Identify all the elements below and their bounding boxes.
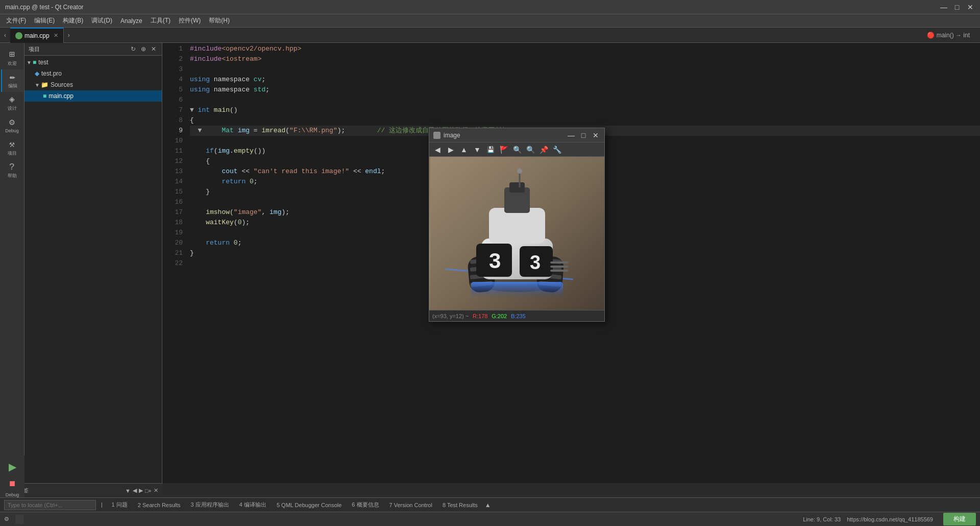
menu-file[interactable]: 文件(F)	[2, 15, 30, 26]
debug-header-buttons: ▼ ◀ ▶ □+ ✕	[125, 487, 158, 494]
sidebar-icon-edit[interactable]: ✏ 编辑	[1, 69, 23, 92]
statusbar: ⚙ Line: 9, Col: 33 https://blog.csdn.net…	[0, 512, 980, 526]
tab-close-btn[interactable]: ✕	[54, 32, 58, 39]
menu-help[interactable]: 帮助(H)	[205, 15, 234, 26]
bottom-tab-summary[interactable]: 6 概要信息	[348, 498, 383, 512]
statusbar-link[interactable]: https://blog.csdn.net/qq_41185569	[847, 516, 933, 522]
sources-folder-icon: 📁	[41, 81, 48, 88]
minimize-button[interactable]: —	[939, 3, 948, 12]
tree-item-testpro[interactable]: ◆ test.pro	[24, 68, 162, 79]
sidebar-icon-welcome[interactable]: ⊞ 欢迎	[1, 47, 23, 69]
sidebar-icon-project[interactable]: ⚒ 项目	[1, 137, 23, 159]
testpro-icon: ◆	[35, 70, 39, 77]
menu-build[interactable]: 构建(B)	[59, 15, 87, 26]
maximize-button[interactable]: □	[952, 3, 962, 12]
image-window-title-text: image	[444, 132, 460, 139]
tab-main-cpp[interactable]: main.cpp ✕	[10, 28, 64, 43]
code-line-3	[190, 64, 980, 75]
bottom-tab-buildoutput[interactable]: 4 编译输出	[235, 498, 271, 512]
line-num-21: 21	[162, 248, 183, 258]
menu-analyze[interactable]: Analyze	[116, 16, 146, 26]
tab-label: main.cpp	[24, 32, 50, 39]
menu-tools[interactable]: 工具(T)	[146, 15, 175, 26]
image-window-maximize[interactable]: □	[579, 131, 588, 140]
image-forward-btn[interactable]: ▶	[445, 144, 457, 155]
bottom-tab-search[interactable]: 2 Search Results	[134, 498, 185, 512]
line-num-6: 6	[162, 95, 183, 105]
sidebar-design-label: 设计	[8, 105, 17, 112]
line-num-16: 16	[162, 197, 183, 207]
run-button[interactable]: ▶	[5, 460, 19, 474]
debug-bottom-label: Debug	[6, 492, 19, 497]
image-flag-btn[interactable]: 🚩	[498, 144, 510, 155]
line-num-22: 22	[162, 258, 183, 269]
construct-button[interactable]: 构建	[943, 513, 976, 525]
bottom-tab-expand-btn[interactable]: ▲	[485, 501, 491, 509]
debug-dropdown-btn[interactable]: ▼	[125, 487, 131, 494]
tree-item-sources[interactable]: ▼ 📁 Sources	[24, 79, 162, 90]
svg-rect-25	[550, 266, 568, 268]
search-input[interactable]	[4, 500, 96, 510]
line-num-14: 14	[162, 177, 183, 187]
bottom-tabs-bar: | 1 问题 2 Search Results 3 应用程序输出 4 编译输出 …	[0, 497, 980, 512]
file-panel-close-btn[interactable]: ✕	[150, 45, 158, 53]
svg-rect-26	[550, 270, 568, 272]
image-zoom-in-btn[interactable]: 🔍	[511, 144, 523, 155]
image-back-btn[interactable]: ◀	[431, 144, 444, 155]
bottom-tab-vcs[interactable]: 7 Version Control	[385, 498, 436, 512]
line-num-17: 17	[162, 207, 183, 218]
image-window-titlebar: image — □ ✕	[429, 128, 604, 142]
close-button[interactable]: ✕	[966, 3, 975, 12]
tab-nav-next[interactable]: ›	[64, 28, 74, 42]
svg-text:3: 3	[530, 252, 541, 273]
image-coords: (x=93, y=12) ~	[432, 313, 469, 319]
image-down-btn[interactable]: ▼	[471, 144, 483, 155]
line-num-5: 5	[162, 85, 183, 95]
menu-controls[interactable]: 控件(W)	[175, 15, 205, 26]
bottom-tab-problems[interactable]: 1 问题	[108, 498, 132, 512]
debug-next-btn[interactable]: ▶	[139, 487, 143, 494]
debug-prev-btn[interactable]: ◀	[133, 487, 137, 494]
line-num-10: 10	[162, 136, 183, 146]
sidebar-help-label: 帮助	[8, 173, 17, 179]
bottom-tab-appoutput[interactable]: 3 应用程序输出	[187, 498, 233, 512]
line-num-1: 1	[162, 44, 183, 54]
tab-nav-prev[interactable]: ‹	[0, 28, 10, 42]
bottom-tab-test[interactable]: 8 Test Results	[438, 498, 482, 512]
statusbar-right: Line: 9, Col: 33 https://blog.csdn.net/q…	[803, 513, 976, 525]
image-zoom-out-btn[interactable]: 🔍	[524, 144, 536, 155]
image-window-close[interactable]: ✕	[591, 131, 600, 140]
image-rgb-r: R:178	[473, 313, 487, 319]
image-up-btn[interactable]: ▲	[458, 144, 470, 155]
status-input-small[interactable]	[15, 515, 23, 524]
file-panel-filter-btn[interactable]: ⊕	[139, 45, 148, 53]
sidebar-icon-design[interactable]: ◈ 设计	[1, 92, 23, 114]
stop-button[interactable]: ■	[5, 476, 19, 490]
menu-debug[interactable]: 调试(D)	[87, 15, 116, 26]
cpp-file-icon	[15, 32, 22, 39]
tree-arrow-sources: ▼	[35, 82, 40, 88]
sidebar-icon-debug[interactable]: ⚙ Debug	[1, 114, 23, 137]
debug-run-panel: ▶ ■ Debug	[0, 456, 24, 497]
code-line-8: {	[190, 115, 980, 126]
image-settings-btn[interactable]: 🔧	[551, 144, 563, 155]
bottom-tab-qml[interactable]: 5 QML Debugger Console	[273, 498, 346, 512]
menu-edit[interactable]: 编辑(E)	[30, 15, 59, 26]
tree-item-test[interactable]: ▼ ■ test	[24, 57, 162, 68]
debug-icon: ⚙	[9, 118, 15, 127]
debug-close-panel-btn[interactable]: ✕	[154, 487, 158, 494]
image-save-btn[interactable]: 💾	[484, 144, 497, 155]
tree-label-test: test	[38, 59, 48, 66]
tree-item-maincpp[interactable]: ■ main.cpp	[24, 90, 162, 102]
debug-add-btn[interactable]: □+	[145, 487, 152, 494]
image-window-app-icon	[433, 132, 440, 139]
sidebar-icon-help[interactable]: ? 帮助	[1, 159, 23, 182]
svg-rect-20	[509, 182, 525, 193]
code-line-5: using namespace std;	[190, 85, 980, 95]
sidebar-welcome-label: 欢迎	[8, 60, 17, 67]
image-window-title-area: image	[433, 132, 460, 139]
file-panel-sync-btn[interactable]: ↻	[129, 45, 137, 53]
image-pin-btn[interactable]: 📌	[537, 144, 550, 155]
image-window: image — □ ✕ ◀ ▶ ▲ ▼ 💾 🚩 🔍 🔍 📌 🔧	[429, 128, 605, 322]
image-window-minimize[interactable]: —	[567, 131, 576, 140]
